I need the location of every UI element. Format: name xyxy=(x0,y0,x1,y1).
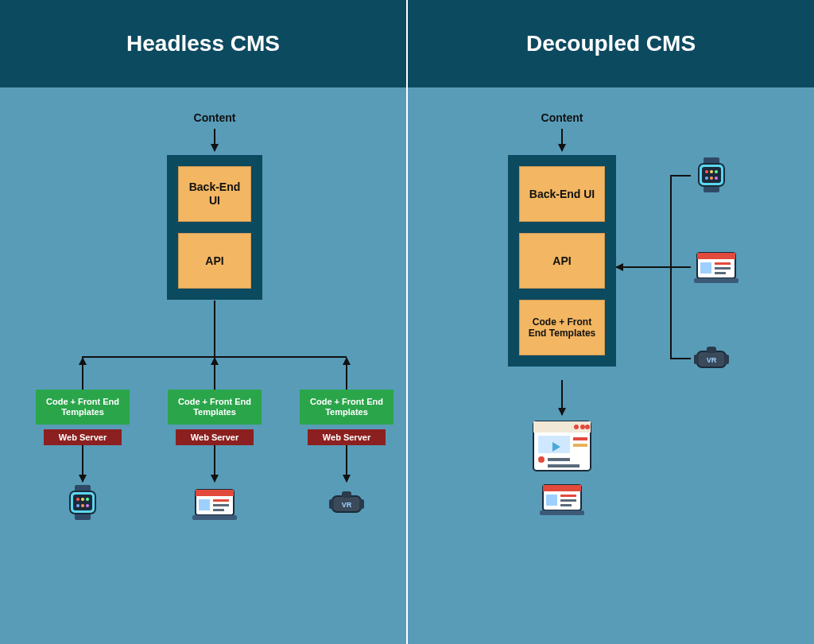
code-box: Code + Front End Templates xyxy=(300,390,393,425)
server-box: Web Server xyxy=(308,429,386,445)
connector-line xyxy=(670,175,691,177)
arrow-down-icon xyxy=(346,445,347,482)
vr-icon xyxy=(328,485,366,523)
code-box: Code + Front End Templates xyxy=(168,390,262,425)
headless-title: Headless CMS xyxy=(0,0,406,87)
api-box: API xyxy=(178,233,251,289)
vr-icon xyxy=(692,340,731,378)
server-box: Web Server xyxy=(176,429,254,445)
connector-line xyxy=(670,358,691,359)
decoupled-panel: Decoupled CMS Content Back-End UI API Co… xyxy=(408,0,814,644)
arrow-down-icon xyxy=(82,445,83,482)
arrow-down-icon xyxy=(561,380,563,415)
arrow-down-icon xyxy=(214,129,215,151)
decoupled-stack: Back-End UI API Code + Front End Templat… xyxy=(508,155,616,367)
arrow-up-icon xyxy=(346,358,347,390)
content-label: Content xyxy=(541,111,583,124)
laptop-icon xyxy=(189,485,240,523)
laptop-icon xyxy=(537,480,587,518)
code-box: Code + Front End Templates xyxy=(519,300,605,355)
server-box: Web Server xyxy=(44,429,122,445)
code-box: Code + Front End Templates xyxy=(36,390,130,425)
headless-stack: Back-End UI API xyxy=(167,155,262,300)
smartwatch-icon xyxy=(64,483,102,522)
arrow-down-icon xyxy=(561,129,563,151)
arrow-left-icon xyxy=(616,266,670,268)
arrow-down-icon xyxy=(214,445,215,482)
browser-icon xyxy=(530,418,594,474)
api-box: API xyxy=(519,233,605,289)
smartwatch-icon xyxy=(692,156,731,194)
backend-box: Back-End UI xyxy=(519,166,605,222)
laptop-icon xyxy=(691,248,742,286)
connector-line xyxy=(214,301,215,356)
arrow-up-icon xyxy=(82,358,83,390)
arrow-up-icon xyxy=(214,358,215,390)
connector-line xyxy=(670,266,691,268)
backend-box: Back-End UI xyxy=(178,166,251,222)
decoupled-title: Decoupled CMS xyxy=(408,0,814,87)
content-label: Content xyxy=(194,111,236,124)
headless-panel: Headless CMS Content Back-End UI API Cod… xyxy=(0,0,408,644)
